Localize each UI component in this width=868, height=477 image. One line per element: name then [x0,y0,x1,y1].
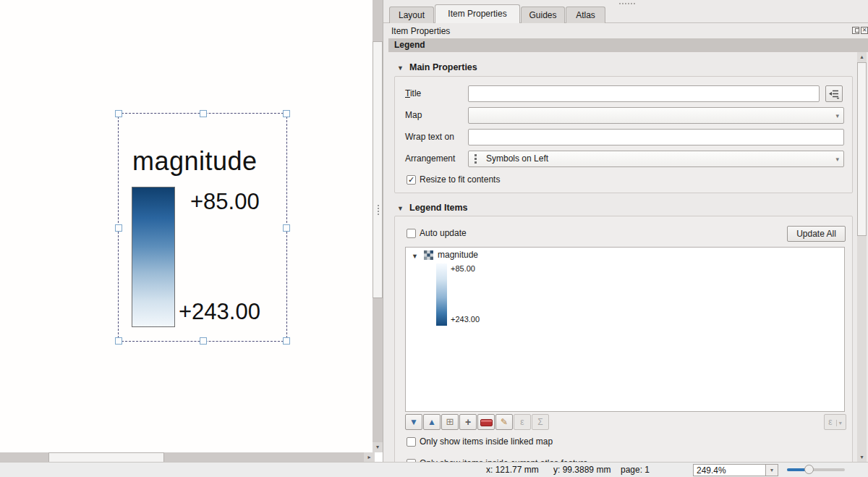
auto-update-checkbox[interactable] [407,229,416,238]
dock-title: Item Properties [391,26,450,36]
collapse-arrow-icon[interactable]: ▼ [397,64,404,72]
resize-handle-e[interactable] [283,224,290,232]
remove-item-icon [480,419,493,426]
zoom-slider-handle[interactable] [804,465,814,474]
update-all-button[interactable]: Update All [787,226,846,242]
tab-layout[interactable]: Layout [389,7,434,23]
chevron-down-icon[interactable]: ▾ [765,465,778,476]
data-defined-override-icon [828,89,840,99]
chevron-down-icon: ▾ [835,151,839,167]
legend-item-selection[interactable]: magnitude +85.00 +243.00 [118,113,287,342]
resize-to-fit-checkbox[interactable]: ✓ [407,175,416,185]
raster-layer-icon [424,250,433,260]
main-properties-group: Title Map ▾ Wrap text on Arrangement [394,76,853,193]
canvas-gradient-max-label: +85.00 [190,189,260,215]
tree-ramp-max-label: +85.00 [451,264,475,273]
move-item-down-button[interactable]: ▼ [405,414,422,430]
page-indicator: page: 1 [621,465,650,475]
scroll-down-button[interactable]: ▾ [857,452,867,462]
zoom-level-combobox[interactable]: 249.4% ▾ [693,464,778,476]
tree-gradient-ramp [436,263,447,326]
edit-item-button[interactable]: ✎ [495,414,513,430]
filter-expression-button[interactable]: ε ▾ [824,414,846,430]
scroll-right-button[interactable]: ▸ [364,452,375,463]
main-properties-header[interactable]: Main Properties [409,62,477,72]
dock-drag-grip [619,3,621,4]
resize-handle-ne[interactable] [283,110,290,117]
item-properties-dock: Layout Item Properties Guides Atlas Item… [383,0,868,462]
panel-vertical-scrollbar[interactable]: ▴ ▾ [857,52,867,462]
move-item-up-button[interactable]: ▲ [423,414,441,430]
splitter-grip-dots [378,205,379,206]
cursor-x-coordinate: x: 121.77 mm [486,465,539,475]
only-linked-map-label: Only show items inside linked map [420,436,553,447]
cursor-y-coordinate: y: 99.3889 mm [553,465,610,475]
panel-scrollbar-thumb[interactable] [857,62,867,236]
resize-to-fit-label: Resize to fit contents [420,174,500,185]
close-panel-icon[interactable]: ✕ [861,27,868,34]
canvas-vertical-scrollbar-thumb[interactable] [373,41,383,298]
resize-handle-n[interactable] [200,110,207,117]
scroll-down-button[interactable]: ▾ [373,442,383,452]
wrap-text-input[interactable] [468,129,844,145]
remove-item-button[interactable] [477,414,495,430]
chevron-down-icon: ▾ [836,420,842,426]
title-input[interactable] [468,85,820,102]
filter-expression-glyph: ε [828,417,832,427]
arrangement-combobox-value: Symbols on Left [486,153,548,164]
data-defined-override-button[interactable] [825,85,843,102]
symbols-left-icon [475,154,477,164]
resize-handle-s[interactable] [200,337,207,345]
tree-ramp-min-label: +243.00 [451,315,480,324]
canvas-legend-title: magnitude [132,146,258,177]
sum-symbols-button[interactable]: Σ [532,414,549,430]
title-label: Title [405,85,421,102]
auto-update-label: Auto update [420,228,467,238]
map-combobox[interactable]: ▾ [468,107,844,124]
float-panel-icon[interactable] [852,27,859,34]
symbol-expression-button[interactable]: ε [514,414,531,430]
resize-handle-w[interactable] [115,224,122,232]
wrap-text-label: Wrap text on [405,129,454,145]
tab-guides[interactable]: Guides [521,7,565,23]
tree-layer-label[interactable]: magnitude [438,250,478,260]
zoom-level-value: 249.4% [697,465,726,476]
tab-atlas[interactable]: Atlas [566,7,605,23]
qgis-layout-window: magnitude +85.00 +243.00 ▾ ▸ Layout [0,0,868,477]
float-inner-square [855,28,859,33]
only-linked-map-checkbox[interactable] [407,437,416,447]
tab-item-properties[interactable]: Item Properties [435,4,520,23]
canvas-gradient-min-label: +243.00 [179,299,260,325]
legend-items-group: Auto update Update All ▼ magnitude +85.0… [394,216,853,465]
resize-handle-nw[interactable] [115,110,122,117]
layout-canvas[interactable]: magnitude +85.00 +243.00 [0,0,373,452]
add-item-button[interactable]: + [459,414,477,430]
collapse-arrow-icon[interactable]: ▼ [397,205,404,212]
resize-handle-se[interactable] [283,337,290,345]
add-group-button[interactable]: ⊞ [441,414,459,430]
canvas-horizontal-scrollbar[interactable]: ▸ [0,452,375,463]
canvas-gradient-ramp [132,187,175,327]
panel-section-header: Legend [388,38,868,52]
status-bar: x: 121.77 mm y: 99.3889 mm page: 1 249.4… [0,462,868,477]
zoom-slider[interactable] [787,468,845,471]
arrangement-label: Arrangement [405,151,455,167]
legend-items-header[interactable]: Legend Items [409,203,468,213]
canvas-vertical-scrollbar[interactable]: ▾ [373,0,383,452]
dock-tab-bar: Layout Item Properties Guides Atlas [383,0,868,23]
canvas-horizontal-scrollbar-thumb[interactable] [48,452,164,463]
legend-items-tree[interactable]: ▼ magnitude +85.00 +243.00 [405,247,845,412]
resize-handle-sw[interactable] [115,337,122,345]
arrangement-combobox[interactable]: Symbols on Left ▾ [468,151,844,167]
map-label: Map [405,107,422,124]
tree-expand-arrow-icon[interactable]: ▼ [412,253,418,260]
scroll-up-button[interactable]: ▴ [857,52,867,62]
chevron-down-icon: ▾ [835,108,839,124]
